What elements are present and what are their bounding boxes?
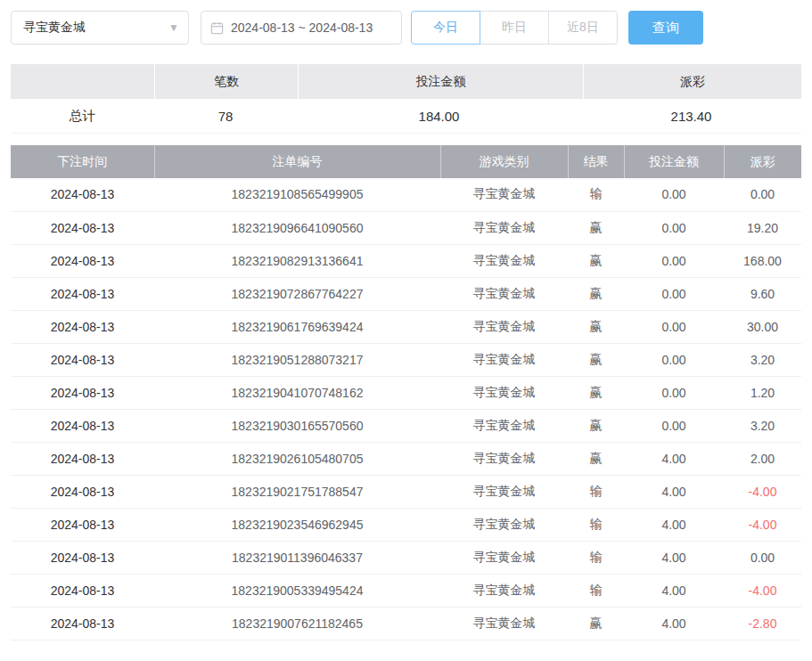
game-category-cell: 寻宝黄金城 <box>440 508 568 541</box>
bet-amount-cell: 4.00 <box>624 541 724 574</box>
result-cell: 输 <box>568 508 624 541</box>
bet-amount-cell: 0.00 <box>624 178 724 211</box>
calendar-icon <box>210 21 224 35</box>
table-row: 2024-08-13 1823219011396046337 寻宝黄金城 输 4… <box>11 541 801 574</box>
bet-amount-cell: 4.00 <box>624 475 724 508</box>
result-cell: 赢 <box>568 409 624 442</box>
order-number-cell: 1823219005339495424 <box>154 574 440 607</box>
table-row: 2024-08-13 1823219061769639424 寻宝黄金城 赢 0… <box>11 310 801 343</box>
order-number-cell: 1823219026105480705 <box>154 442 440 475</box>
result-cell: 输 <box>568 178 624 211</box>
game-category-cell: 寻宝黄金城 <box>440 178 568 211</box>
game-category-cell: 寻宝黄金城 <box>440 607 568 640</box>
game-category-cell: 寻宝黄金城 <box>440 244 568 277</box>
summary-header-payout: 派彩 <box>584 64 801 99</box>
payout-cell: 3.20 <box>724 343 801 376</box>
bet-date-cell: 2024-08-13 <box>11 244 154 277</box>
col-header-result: 结果 <box>568 145 624 178</box>
today-button[interactable]: 今日 <box>411 11 480 45</box>
game-category-cell: 寻宝黄金城 <box>440 211 568 244</box>
table-row: 2024-08-13 1823219023546962945 寻宝黄金城 输 4… <box>11 508 801 541</box>
summary-header-bet-amount: 投注金额 <box>299 64 583 99</box>
game-select[interactable]: 寻宝黄金城 ▼ <box>11 11 189 45</box>
bet-amount-cell: 0.00 <box>624 244 724 277</box>
col-header-order-number: 注单编号 <box>154 145 440 178</box>
table-row: 2024-08-13 1823219051288073217 寻宝黄金城 赢 0… <box>11 343 801 376</box>
result-cell: 赢 <box>568 244 624 277</box>
bet-amount-cell: 0.00 <box>624 409 724 442</box>
bet-amount-cell: 0.00 <box>624 277 724 310</box>
payout-cell: 19.20 <box>724 211 801 244</box>
payout-cell: 30.00 <box>724 310 801 343</box>
table-row: 2024-08-13 1823219082913136641 寻宝黄金城 赢 0… <box>11 244 801 277</box>
bet-date-cell: 2024-08-13 <box>11 541 154 574</box>
bet-amount-cell: 4.00 <box>624 442 724 475</box>
result-cell: 赢 <box>568 277 624 310</box>
bet-amount-cell: 0.00 <box>624 343 724 376</box>
payout-cell: 9.60 <box>724 277 801 310</box>
game-category-cell: 寻宝黄金城 <box>440 277 568 310</box>
result-cell: 输 <box>568 541 624 574</box>
payout-cell: 1.20 <box>724 376 801 409</box>
payout-cell: -4.00 <box>724 508 801 541</box>
table-row: 2024-08-13 1823219005339495424 寻宝黄金城 输 4… <box>11 574 801 607</box>
order-number-cell: 1823219051288073217 <box>154 343 440 376</box>
bet-date-cell: 2024-08-13 <box>11 310 154 343</box>
col-header-game-category: 游戏类别 <box>440 145 568 178</box>
page: { "filters": { "game_select_value": "寻宝黄… <box>0 0 812 661</box>
bet-date-cell: 2024-08-13 <box>11 376 154 409</box>
order-number-cell: 1823219041070748162 <box>154 376 440 409</box>
date-range-value: 2024-08-13 ~ 2024-08-13 <box>231 20 373 35</box>
bet-date-cell: 2024-08-13 <box>11 409 154 442</box>
bet-amount-cell: 4.00 <box>624 574 724 607</box>
payout-cell: 0.00 <box>724 178 801 211</box>
table-row: 2024-08-13 1823219030165570560 寻宝黄金城 赢 0… <box>11 409 801 442</box>
col-header-payout: 派彩 <box>724 145 801 178</box>
summary-total-label: 总计 <box>11 99 154 133</box>
table-row: 2024-08-13 1823219041070748162 寻宝黄金城 赢 0… <box>11 376 801 409</box>
summary-header-count: 笔数 <box>155 64 298 99</box>
table-row: 2024-08-13 1823219072867764227 寻宝黄金城 赢 0… <box>11 277 801 310</box>
order-number-cell: 1823219061769639424 <box>154 310 440 343</box>
toolbar: 寻宝黄金城 ▼ 2024-08-13 ~ 2024-08-13 今日 昨日 近8… <box>0 0 812 45</box>
summary-total-count: 78 <box>154 99 297 133</box>
summary-total-payout: 213.40 <box>581 99 801 133</box>
table-row: 2024-08-13 1823219096641090560 寻宝黄金城 赢 0… <box>11 211 801 244</box>
bet-table-header-row: 下注时间 注单编号 游戏类别 结果 投注金额 派彩 <box>11 145 801 178</box>
payout-cell: 2.00 <box>724 442 801 475</box>
game-category-cell: 寻宝黄金城 <box>440 442 568 475</box>
payout-cell: 3.20 <box>724 409 801 442</box>
summary-header: 笔数 投注金额 派彩 <box>11 64 801 99</box>
order-number-cell: 1823219030165570560 <box>154 409 440 442</box>
order-number-cell: 1823219007621182465 <box>154 607 440 640</box>
bet-table: 下注时间 注单编号 游戏类别 结果 投注金额 派彩 2024-08-13 182… <box>11 145 801 641</box>
result-cell: 赢 <box>568 607 624 640</box>
bet-date-cell: 2024-08-13 <box>11 211 154 244</box>
result-cell: 赢 <box>568 310 624 343</box>
bet-amount-cell: 4.00 <box>624 508 724 541</box>
bet-date-cell: 2024-08-13 <box>11 277 154 310</box>
bet-amount-cell: 0.00 <box>624 310 724 343</box>
game-category-cell: 寻宝黄金城 <box>440 409 568 442</box>
last-8-days-button[interactable]: 近8日 <box>548 11 618 45</box>
order-number-cell: 1823219082913136641 <box>154 244 440 277</box>
order-number-cell: 1823219072867764227 <box>154 277 440 310</box>
result-cell: 赢 <box>568 376 624 409</box>
bet-date-cell: 2024-08-13 <box>11 178 154 211</box>
result-cell: 赢 <box>568 442 624 475</box>
table-row: 2024-08-13 1823219021751788547 寻宝黄金城 输 4… <box>11 475 801 508</box>
bet-date-cell: 2024-08-13 <box>11 343 154 376</box>
game-category-cell: 寻宝黄金城 <box>440 343 568 376</box>
date-range-input[interactable]: 2024-08-13 ~ 2024-08-13 <box>201 11 402 45</box>
order-number-cell: 1823219023546962945 <box>154 508 440 541</box>
query-button[interactable]: 查询 <box>628 11 703 45</box>
order-number-cell: 1823219096641090560 <box>154 211 440 244</box>
result-cell: 赢 <box>568 343 624 376</box>
yesterday-button[interactable]: 昨日 <box>480 11 549 45</box>
order-number-cell: 1823219108565499905 <box>154 178 440 211</box>
summary-total-bet-amount: 184.00 <box>297 99 581 133</box>
payout-cell: -2.80 <box>724 607 801 640</box>
summary-total-row: 总计 78 184.00 213.40 <box>11 99 801 134</box>
bet-date-cell: 2024-08-13 <box>11 442 154 475</box>
summary-header-blank <box>11 64 154 99</box>
